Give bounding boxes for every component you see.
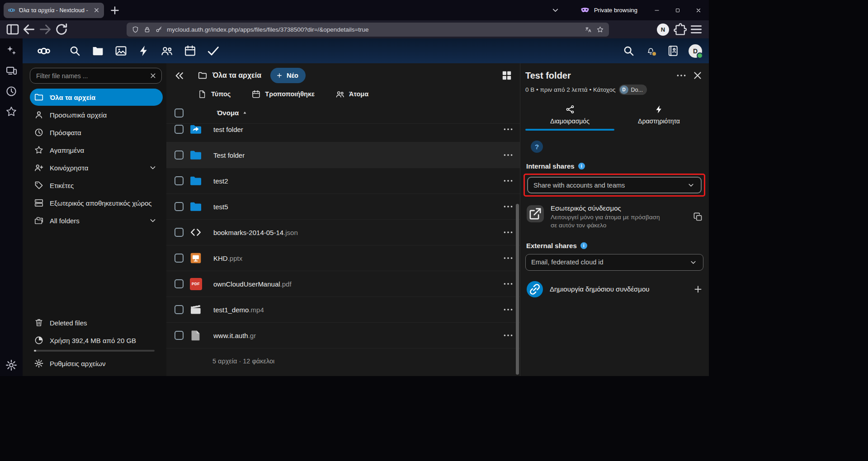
back-button[interactable] (21, 22, 37, 37)
bookmarks-icon[interactable] (5, 105, 18, 118)
sidebar-item[interactable]: Κοινόχρηστα (30, 159, 163, 176)
file-row[interactable]: PDFownCloudUserManual.pdf (166, 271, 520, 297)
sidebar-item-deleted-files[interactable]: Deleted files (30, 314, 163, 331)
browser-tab[interactable]: Όλα τα αρχεία - Nextcloud - M (4, 3, 104, 18)
calendar-app-icon[interactable] (184, 44, 197, 57)
file-row[interactable]: Test folder (166, 142, 520, 168)
row-actions-icon[interactable] (502, 252, 514, 264)
list-scrollbar[interactable] (516, 204, 519, 375)
contacts-menu-icon[interactable] (666, 44, 679, 57)
tasks-app-icon[interactable] (207, 44, 220, 57)
tracking-shield-icon[interactable] (132, 26, 139, 33)
photos-app-icon[interactable] (114, 44, 127, 57)
row-checkbox[interactable] (175, 176, 184, 185)
lock-icon[interactable] (143, 26, 151, 33)
extensions-icon[interactable] (672, 22, 688, 37)
bookmark-star-icon[interactable] (596, 26, 604, 33)
row-checkbox[interactable] (175, 228, 184, 237)
file-row[interactable]: KHD.pptx (166, 245, 520, 271)
search-app-icon[interactable] (68, 44, 81, 57)
filter-chip[interactable]: Τύπος (198, 89, 231, 99)
new-tab-button[interactable] (108, 4, 121, 17)
share-with-accounts-input[interactable]: Share with accounts and teams (527, 177, 702, 193)
sidebar-item[interactable]: Ετικέτες (30, 177, 163, 194)
sidebar-item[interactable]: Πρόσφατα (30, 124, 163, 141)
nextcloud-logo[interactable] (31, 44, 57, 58)
unified-search-icon[interactable] (622, 44, 635, 57)
filter-files-input[interactable] (30, 68, 162, 84)
user-avatar[interactable]: D (689, 44, 702, 58)
row-checkbox[interactable] (175, 331, 184, 340)
filter-chip[interactable]: Τροποποιήθηκε (251, 89, 315, 99)
row-actions-icon[interactable] (502, 149, 514, 161)
url-bar[interactable]: mycloud.auth.gr/index.php/apps/files/fil… (127, 23, 609, 37)
reload-button[interactable] (54, 22, 69, 37)
filter-chip[interactable]: Άτομα (335, 89, 368, 99)
tab-close-icon[interactable] (93, 7, 100, 14)
sidebar-item-files-settings[interactable]: Ρυθμίσεις αρχείων (30, 355, 163, 372)
files-app-icon[interactable] (91, 44, 104, 57)
row-actions-icon[interactable] (502, 329, 514, 341)
create-public-link-row[interactable]: Δημιουργία δημόσιου συνδέσμου (525, 281, 703, 297)
sidebar-item[interactable]: All folders (30, 212, 163, 229)
sidebar-item[interactable]: Προσωπικά αρχεία (30, 106, 163, 123)
details-close-icon[interactable] (692, 70, 703, 81)
info-icon[interactable] (580, 242, 587, 249)
row-actions-icon[interactable] (502, 201, 514, 212)
row-checkbox[interactable] (175, 151, 184, 160)
row-actions-icon[interactable] (502, 304, 514, 315)
copy-link-icon[interactable] (693, 212, 703, 222)
maximize-button[interactable] (667, 0, 688, 20)
row-checkbox[interactable] (175, 305, 184, 314)
row-actions-icon[interactable] (502, 124, 514, 135)
file-row[interactable]: test2 (166, 168, 520, 194)
notifications-bell[interactable] (644, 44, 657, 57)
select-all-checkbox[interactable] (175, 108, 184, 118)
minimize-button[interactable] (646, 0, 667, 20)
synced-tabs-icon[interactable] (5, 65, 18, 77)
sidebar-item-quota[interactable]: Χρήση 392,4 MB από 20 GB (30, 332, 163, 349)
customize-sidebar-gear-icon[interactable] (5, 359, 18, 372)
activity-app-icon[interactable] (137, 44, 151, 57)
row-actions-icon[interactable] (502, 226, 514, 238)
owner-chip[interactable]: D Do... (619, 85, 647, 95)
contacts-app-icon[interactable] (160, 44, 174, 57)
details-actions-icon[interactable] (675, 70, 687, 81)
sidebar-toggle-icon[interactable] (5, 22, 20, 37)
row-actions-icon[interactable] (502, 278, 514, 290)
sidebar-item[interactable]: Όλα τα αρχεία (30, 89, 163, 106)
forward-button[interactable] (38, 22, 53, 37)
app-menu-icon[interactable] (689, 22, 704, 37)
row-checkbox[interactable] (175, 279, 184, 288)
tab-sharing[interactable]: Διαμοιρασμός (525, 100, 614, 131)
row-checkbox[interactable] (175, 254, 184, 263)
ai-chat-icon[interactable] (5, 44, 18, 57)
row-checkbox[interactable] (175, 125, 184, 134)
saved-login-key-icon[interactable] (155, 26, 163, 33)
chevron-down-icon[interactable] (148, 163, 157, 172)
chevron-down-icon[interactable] (148, 216, 157, 225)
close-window-button[interactable] (688, 0, 709, 20)
add-public-link-icon[interactable] (693, 284, 703, 295)
external-share-input[interactable]: Email, federated cloud id (525, 254, 703, 271)
translate-icon[interactable] (585, 26, 592, 33)
file-row[interactable]: www.it.auth.gr (166, 323, 520, 348)
sidebar-item[interactable]: Αγαπημένα (30, 141, 163, 159)
sidebar-item[interactable]: Εξωτερικός αποθηκευτικός χώρος (30, 194, 163, 212)
firefox-account-avatar[interactable]: N (657, 24, 669, 36)
grid-view-toggle[interactable] (501, 70, 513, 81)
file-row[interactable]: bookmarks-2014-05-14.json (166, 220, 520, 245)
collapse-navigation-icon[interactable] (173, 70, 185, 82)
row-checkbox[interactable] (175, 202, 184, 211)
history-icon[interactable] (5, 85, 18, 98)
row-actions-icon[interactable] (502, 175, 514, 187)
name-column-header[interactable]: Όνομα (217, 109, 248, 117)
tab-activity[interactable]: Δραστηριότητα (614, 100, 703, 131)
file-row[interactable]: test1_demo.mp4 (166, 297, 520, 323)
list-all-tabs-icon[interactable] (551, 5, 560, 15)
breadcrumb[interactable]: Όλα τα αρχεία (198, 71, 261, 80)
file-row[interactable]: test5 (166, 194, 520, 220)
clear-filter-icon[interactable] (149, 72, 157, 80)
file-row[interactable]: test folder (166, 124, 520, 142)
info-icon[interactable] (578, 163, 585, 169)
